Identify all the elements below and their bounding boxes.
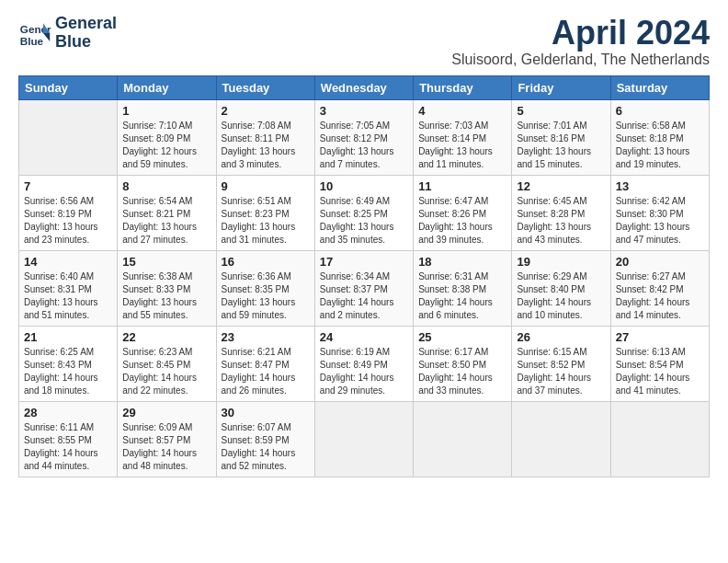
calendar-cell: 11Sunrise: 6:47 AM Sunset: 8:26 PM Dayli… — [414, 175, 512, 250]
calendar-cell — [19, 99, 118, 175]
calendar-cell: 29Sunrise: 6:09 AM Sunset: 8:57 PM Dayli… — [118, 401, 216, 477]
day-number: 24 — [320, 330, 408, 344]
calendar-cell: 19Sunrise: 6:29 AM Sunset: 8:40 PM Dayli… — [512, 250, 610, 326]
calendar-cell: 4Sunrise: 7:03 AM Sunset: 8:14 PM Daylig… — [414, 99, 512, 175]
day-detail: Sunrise: 6:25 AM Sunset: 8:43 PM Dayligh… — [24, 346, 112, 397]
day-detail: Sunrise: 6:09 AM Sunset: 8:57 PM Dayligh… — [122, 421, 210, 473]
calendar-cell: 28Sunrise: 6:11 AM Sunset: 8:55 PM Dayli… — [19, 401, 118, 477]
weekday-header: Saturday — [610, 75, 709, 99]
calendar-week-row: 21Sunrise: 6:25 AM Sunset: 8:43 PM Dayli… — [19, 326, 710, 401]
calendar-week-row: 7Sunrise: 6:56 AM Sunset: 8:19 PM Daylig… — [19, 175, 710, 250]
day-detail: Sunrise: 6:49 AM Sunset: 8:25 PM Dayligh… — [320, 195, 408, 247]
day-detail: Sunrise: 6:29 AM Sunset: 8:40 PM Dayligh… — [517, 270, 605, 322]
day-detail: Sunrise: 6:36 AM Sunset: 8:35 PM Dayligh… — [222, 270, 310, 322]
day-number: 15 — [122, 255, 210, 269]
day-detail: Sunrise: 7:01 AM Sunset: 8:16 PM Dayligh… — [517, 120, 605, 171]
day-detail: Sunrise: 6:13 AM Sunset: 8:54 PM Dayligh… — [616, 346, 704, 397]
day-number: 13 — [616, 179, 704, 193]
calendar-cell: 7Sunrise: 6:56 AM Sunset: 8:19 PM Daylig… — [19, 175, 118, 250]
calendar-cell — [314, 401, 413, 477]
day-number: 9 — [222, 179, 310, 193]
calendar-cell: 16Sunrise: 6:36 AM Sunset: 8:35 PM Dayli… — [216, 250, 314, 326]
location-title: Sluisoord, Gelderland, The Netherlands — [451, 52, 710, 68]
day-number: 29 — [122, 406, 210, 419]
day-detail: Sunrise: 6:23 AM Sunset: 8:45 PM Dayligh… — [122, 346, 210, 397]
svg-marker-3 — [43, 33, 50, 41]
day-number: 27 — [616, 330, 704, 344]
logo-icon: General Blue — [18, 17, 51, 50]
day-detail: Sunrise: 6:34 AM Sunset: 8:37 PM Dayligh… — [320, 270, 408, 322]
day-number: 30 — [222, 406, 310, 419]
logo: General Blue General Blue — [18, 15, 117, 52]
calendar-cell — [414, 401, 512, 477]
calendar-cell: 12Sunrise: 6:45 AM Sunset: 8:28 PM Dayli… — [512, 175, 610, 250]
calendar-cell: 22Sunrise: 6:23 AM Sunset: 8:45 PM Dayli… — [118, 326, 216, 401]
calendar-week-row: 1Sunrise: 7:10 AM Sunset: 8:09 PM Daylig… — [19, 99, 710, 175]
calendar-cell: 1Sunrise: 7:10 AM Sunset: 8:09 PM Daylig… — [118, 99, 216, 175]
day-number: 6 — [616, 104, 704, 118]
day-number: 4 — [418, 104, 506, 118]
logo-text: General Blue — [55, 15, 117, 52]
day-detail: Sunrise: 6:56 AM Sunset: 8:19 PM Dayligh… — [24, 195, 112, 247]
weekday-header: Monday — [118, 75, 216, 99]
calendar-cell: 30Sunrise: 6:07 AM Sunset: 8:59 PM Dayli… — [216, 401, 314, 477]
day-number: 25 — [418, 330, 506, 344]
calendar-cell: 18Sunrise: 6:31 AM Sunset: 8:38 PM Dayli… — [414, 250, 512, 326]
day-detail: Sunrise: 6:54 AM Sunset: 8:21 PM Dayligh… — [122, 195, 210, 247]
day-number: 18 — [418, 255, 506, 269]
svg-text:Blue: Blue — [20, 34, 44, 46]
day-detail: Sunrise: 6:40 AM Sunset: 8:31 PM Dayligh… — [24, 270, 112, 322]
day-detail: Sunrise: 6:51 AM Sunset: 8:23 PM Dayligh… — [222, 195, 310, 247]
day-number: 8 — [122, 179, 210, 193]
day-number: 3 — [320, 104, 408, 118]
day-detail: Sunrise: 6:31 AM Sunset: 8:38 PM Dayligh… — [418, 270, 506, 322]
weekday-header: Friday — [512, 75, 610, 99]
title-area: April 2024 Sluisoord, Gelderland, The Ne… — [451, 15, 710, 68]
day-detail: Sunrise: 7:08 AM Sunset: 8:11 PM Dayligh… — [222, 120, 310, 171]
calendar-cell: 6Sunrise: 6:58 AM Sunset: 8:18 PM Daylig… — [610, 99, 709, 175]
day-number: 12 — [517, 179, 605, 193]
calendar-cell: 24Sunrise: 6:19 AM Sunset: 8:49 PM Dayli… — [314, 326, 413, 401]
day-detail: Sunrise: 6:27 AM Sunset: 8:42 PM Dayligh… — [616, 270, 704, 322]
calendar-cell: 5Sunrise: 7:01 AM Sunset: 8:16 PM Daylig… — [512, 99, 610, 175]
day-number: 28 — [24, 406, 112, 419]
day-detail: Sunrise: 6:47 AM Sunset: 8:26 PM Dayligh… — [418, 195, 506, 247]
day-detail: Sunrise: 6:21 AM Sunset: 8:47 PM Dayligh… — [222, 346, 310, 397]
day-number: 7 — [24, 179, 112, 193]
day-number: 21 — [24, 330, 112, 344]
weekday-header: Sunday — [19, 75, 118, 99]
calendar-cell: 9Sunrise: 6:51 AM Sunset: 8:23 PM Daylig… — [216, 175, 314, 250]
calendar-cell: 26Sunrise: 6:15 AM Sunset: 8:52 PM Dayli… — [512, 326, 610, 401]
calendar-cell: 17Sunrise: 6:34 AM Sunset: 8:37 PM Dayli… — [314, 250, 413, 326]
day-detail: Sunrise: 6:15 AM Sunset: 8:52 PM Dayligh… — [517, 346, 605, 397]
day-number: 10 — [320, 179, 408, 193]
calendar-cell: 3Sunrise: 7:05 AM Sunset: 8:12 PM Daylig… — [314, 99, 413, 175]
day-number: 5 — [517, 104, 605, 118]
day-number: 19 — [517, 255, 605, 269]
day-detail: Sunrise: 6:17 AM Sunset: 8:50 PM Dayligh… — [418, 346, 506, 397]
day-number: 22 — [122, 330, 210, 344]
month-title: April 2024 — [451, 15, 710, 52]
calendar-cell: 21Sunrise: 6:25 AM Sunset: 8:43 PM Dayli… — [19, 326, 118, 401]
calendar-cell: 14Sunrise: 6:40 AM Sunset: 8:31 PM Dayli… — [19, 250, 118, 326]
calendar-week-row: 28Sunrise: 6:11 AM Sunset: 8:55 PM Dayli… — [19, 401, 710, 477]
day-detail: Sunrise: 6:11 AM Sunset: 8:55 PM Dayligh… — [24, 421, 112, 473]
calendar-cell — [610, 401, 709, 477]
day-number: 11 — [418, 179, 506, 193]
calendar-cell — [512, 401, 610, 477]
day-number: 1 — [122, 104, 210, 118]
day-number: 14 — [24, 255, 112, 269]
calendar-cell: 27Sunrise: 6:13 AM Sunset: 8:54 PM Dayli… — [610, 326, 709, 401]
day-detail: Sunrise: 6:19 AM Sunset: 8:49 PM Dayligh… — [320, 346, 408, 397]
calendar-cell: 10Sunrise: 6:49 AM Sunset: 8:25 PM Dayli… — [314, 175, 413, 250]
weekday-header: Wednesday — [314, 75, 413, 99]
day-number: 17 — [320, 255, 408, 269]
day-detail: Sunrise: 7:03 AM Sunset: 8:14 PM Dayligh… — [418, 120, 506, 171]
calendar-cell: 2Sunrise: 7:08 AM Sunset: 8:11 PM Daylig… — [216, 99, 314, 175]
calendar-table: SundayMondayTuesdayWednesdayThursdayFrid… — [18, 75, 710, 477]
day-detail: Sunrise: 6:42 AM Sunset: 8:30 PM Dayligh… — [616, 195, 704, 247]
day-detail: Sunrise: 7:10 AM Sunset: 8:09 PM Dayligh… — [122, 120, 210, 171]
calendar-cell: 15Sunrise: 6:38 AM Sunset: 8:33 PM Dayli… — [118, 250, 216, 326]
day-detail: Sunrise: 6:58 AM Sunset: 8:18 PM Dayligh… — [616, 120, 704, 171]
day-detail: Sunrise: 7:05 AM Sunset: 8:12 PM Dayligh… — [320, 120, 408, 171]
